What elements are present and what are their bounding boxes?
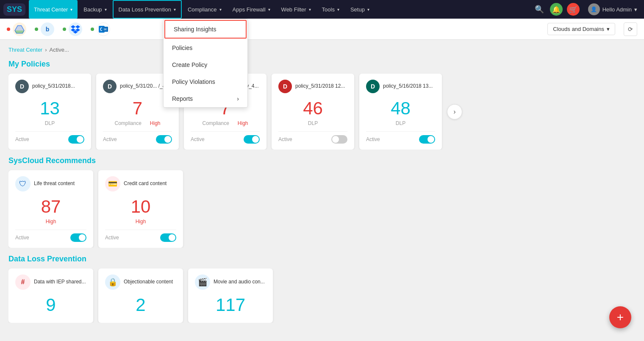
card-title-2: policy_5/31/20... /_4... xyxy=(120,83,169,90)
dropdown-reports[interactable]: Reports › xyxy=(164,90,247,107)
clouds-domains-dropdown[interactable]: Clouds and Domains ▾ xyxy=(547,23,615,35)
status-dot-green xyxy=(35,28,38,31)
dlp-card-2: 🔒 Objectionable content 2 xyxy=(98,269,183,323)
search-button[interactable]: 🔍 xyxy=(533,3,546,16)
breadcrumb-separator: › xyxy=(45,47,47,53)
cloud-drive-item[interactable] xyxy=(7,22,26,36)
card-status-2: Active xyxy=(103,136,117,142)
chevron-down-icon: ▾ xyxy=(174,7,176,12)
card-type-4: DLP xyxy=(308,120,318,126)
status-dot-red xyxy=(7,28,10,31)
card-number-2: 7 xyxy=(103,98,172,119)
top-navigation: SYS Threat Center ▾ Backup ▾ Data Loss P… xyxy=(0,0,644,19)
breadcrumb: Threat Center › Active... xyxy=(8,47,636,53)
card-type-3: Compliance xyxy=(202,120,229,126)
cloud-box-item[interactable]: b xyxy=(35,22,54,36)
dropdown-policies[interactable]: Policies xyxy=(164,39,247,56)
nav-backup[interactable]: Backup ▾ xyxy=(78,0,111,19)
rec-title-1: Life threat content xyxy=(34,180,75,187)
my-policies-cards-row: D policy_5/31/2018... 13 DLP Active D po… xyxy=(8,74,636,150)
card-status-5: Active xyxy=(366,136,380,142)
card-avatar-2: D xyxy=(103,80,117,93)
breadcrumb-parent[interactable]: Threat Center xyxy=(8,47,42,53)
dlp-section-title: Data Loss Prevention xyxy=(8,255,636,263)
policy-toggle-3[interactable] xyxy=(244,135,260,144)
rec-status-2: Active xyxy=(105,235,119,241)
next-cards-button[interactable]: › xyxy=(447,104,462,119)
main-content: Threat Center › Active... My Policies D … xyxy=(0,40,644,341)
chevron-down-icon: ▾ xyxy=(337,7,339,12)
outlook-icon: O ✉ xyxy=(97,22,110,36)
refresh-button[interactable]: ⟳ xyxy=(624,22,637,36)
chevron-right-icon: › xyxy=(237,95,239,102)
chevron-down-icon: ▾ xyxy=(105,7,107,12)
chevron-down-icon: ▾ xyxy=(309,7,311,12)
policy-toggle-1[interactable] xyxy=(68,135,84,144)
avatar: 👤 xyxy=(588,3,600,15)
dlp-icon-2: 🔒 xyxy=(105,274,120,290)
chevron-down-icon: ▾ xyxy=(70,7,72,12)
card-title-4: policy_5/31/2018 12... xyxy=(295,83,345,90)
policy-card-1: D policy_5/31/2018... 13 DLP Active xyxy=(8,74,91,150)
syscloud-recommends-title: SysCloud Recommends xyxy=(8,156,636,165)
nav-web-filter[interactable]: Web Filter ▾ xyxy=(276,0,316,19)
cart-button[interactable]: 🛒 xyxy=(567,3,580,16)
card-type-1: DLP xyxy=(45,120,55,126)
dropdown-policy-violations[interactable]: Policy Violations xyxy=(164,73,247,90)
recommend-card-1: 🛡 Life threat content 87 High Active xyxy=(8,170,93,248)
cloud-dropbox-item[interactable] xyxy=(63,22,82,36)
notification-button[interactable]: 🔔 xyxy=(550,3,563,16)
dlp-icon-3: 🎬 xyxy=(195,274,210,290)
rec-toggle-2[interactable] xyxy=(160,233,176,242)
cloud-outlook-item[interactable]: O ✉ xyxy=(91,22,110,36)
user-menu[interactable]: 👤 Hello Admin ▾ xyxy=(585,3,641,15)
card-avatar-1: D xyxy=(15,80,29,93)
card-severity-2: High xyxy=(150,120,161,126)
card-type-2: Compliance xyxy=(114,120,141,126)
breadcrumb-current: Active... xyxy=(50,47,69,53)
card-number-5: 48 xyxy=(366,98,435,119)
logo[interactable]: SYS xyxy=(3,3,25,16)
dlp-title-3: Movie and audio con... xyxy=(214,279,265,286)
dlp-card-3: 🎬 Movie and audio con... 117 xyxy=(188,269,273,323)
life-threat-icon: 🛡 xyxy=(15,176,31,191)
card-number-4: 46 xyxy=(278,98,347,119)
secondary-navigation: b O ✉ Clouds and Domains ▾ ⟳ xyxy=(0,19,644,40)
policy-card-4: D policy_5/31/2018 12... 46 DLP Active xyxy=(272,74,354,150)
policy-toggle-2[interactable] xyxy=(156,135,172,144)
dlp-card-1: # Data with IEP shared... 9 xyxy=(8,269,93,323)
nav-tools[interactable]: Tools ▾ xyxy=(317,0,344,19)
dropdown-create-policy[interactable]: Create Policy xyxy=(164,56,247,73)
rec-status-1: Active xyxy=(15,235,29,241)
dlp-cards-row: # Data with IEP shared... 9 🔒 Objectiona… xyxy=(8,269,636,323)
rec-toggle-1[interactable] xyxy=(70,233,86,242)
credit-card-icon: 💳 xyxy=(105,176,120,191)
policy-card-5: D policy_5/16/2018 13... 48 DLP Active xyxy=(359,74,442,150)
dlp-number-1: 9 xyxy=(15,295,86,315)
card-title-1: policy_5/31/2018... xyxy=(32,83,75,90)
dropdown-sharing-insights[interactable]: Sharing Insights xyxy=(164,20,247,39)
nav-data-loss-prevention[interactable]: Data Loss Prevention ▾ xyxy=(113,0,182,19)
my-policies-title: My Policies xyxy=(8,60,636,69)
user-label: Hello Admin xyxy=(602,6,632,13)
dropbox-icon xyxy=(69,22,82,36)
card-avatar-4: D xyxy=(278,80,292,93)
nav-threat-center[interactable]: Threat Center ▾ xyxy=(29,0,78,19)
add-fab-button[interactable]: + xyxy=(609,306,631,328)
nav-apps-firewall[interactable]: Apps Firewall ▾ xyxy=(228,0,275,19)
status-dot-green xyxy=(63,28,66,31)
recommend-cards-row: 🛡 Life threat content 87 High Active 💳 C… xyxy=(8,170,636,248)
card-title-5: policy_5/16/2018 13... xyxy=(383,83,433,90)
nav-compliance[interactable]: Compliance ▾ xyxy=(183,0,227,19)
card-avatar-5: D xyxy=(366,80,380,93)
card-number-1: 13 xyxy=(15,98,84,119)
dlp-dropdown-menu: Sharing Insights Policies Create Policy … xyxy=(163,19,248,108)
nav-setup[interactable]: Setup ▾ xyxy=(345,0,375,19)
policy-toggle-5[interactable] xyxy=(419,135,435,144)
card-type-5: DLP xyxy=(396,120,405,126)
dlp-title-2: Objectionable content xyxy=(124,279,173,286)
chevron-down-icon: ▾ xyxy=(268,7,270,12)
dlp-title-1: Data with IEP shared... xyxy=(34,279,86,286)
box-icon: b xyxy=(41,22,54,36)
policy-toggle-4[interactable] xyxy=(331,135,347,144)
